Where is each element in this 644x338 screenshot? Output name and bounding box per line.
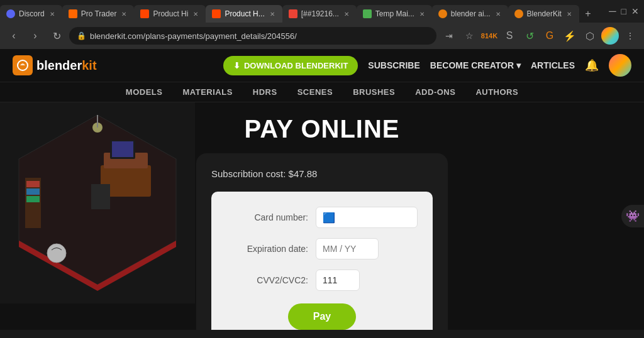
expiration-input[interactable] [323, 244, 372, 254]
become-creator-link[interactable]: BECOME CREATOR [430, 60, 521, 70]
blenderkit-logo-svg [16, 59, 29, 72]
browser-chrome: Discord ✕ Pro Trader ✕ Product Hi ✕ Prod… [0, 0, 644, 23]
ext-button-1[interactable]: S [501, 27, 518, 45]
nav-brushes[interactable]: BRUSHES [353, 87, 395, 97]
card-form: Card number: 🟦 Expiration date: CVV2/CVC… [211, 192, 433, 330]
blender-ai-favicon [438, 9, 447, 18]
tab-protrader-label: Pro Trader [81, 9, 117, 18]
tab-product1-close[interactable]: ✕ [192, 11, 199, 18]
maximize-icon[interactable]: □ [621, 6, 626, 16]
tab-product1[interactable]: Product Hi ✕ [134, 5, 206, 23]
logo-text: blenderkit [36, 58, 97, 73]
tab-discord[interactable]: Discord ✕ [0, 5, 62, 23]
articles-link[interactable]: ARTICLES [531, 60, 575, 70]
tab-discord-close[interactable]: ✕ [48, 11, 56, 18]
cvv-label: CVV2/CVC2: [226, 275, 308, 285]
menu-button[interactable]: ⋮ [621, 27, 639, 45]
ext-button-2[interactable]: ↺ [521, 27, 538, 45]
address-bar[interactable]: 🔒 blenderkit.com/plans-payments/payment_… [69, 27, 436, 45]
tab-protrader-close[interactable]: ✕ [120, 11, 128, 18]
subscription-cost: Subscribtion cost: $47.88 [211, 168, 433, 179]
blenderkit-favicon [514, 9, 523, 18]
tab-blenderkit[interactable]: BlenderKit ✕ [508, 5, 579, 23]
nav-addons[interactable]: ADD-ONS [415, 87, 455, 97]
user-avatar[interactable] [609, 54, 631, 77]
nav-authors[interactable]: AUTHORS [475, 87, 518, 97]
tab-product1-label: Product Hi [153, 9, 188, 18]
logo-kit: kit [82, 58, 96, 72]
expiration-row: Expiration date: [226, 238, 418, 259]
minimize-icon[interactable]: ─ [609, 6, 616, 17]
site-header: blenderkit ⬇ DOWNLOAD BLENDERKIT SUBSCRI… [0, 49, 644, 102]
card-number-row: Card number: 🟦 [226, 207, 418, 228]
tab-tempmail-close[interactable]: ✕ [418, 11, 426, 18]
tab-protrader[interactable]: Pro Trader ✕ [62, 5, 135, 23]
download-icon: ⬇ [233, 61, 240, 70]
chat-icon: 👾 [626, 209, 640, 223]
tempmail-favicon [363, 9, 372, 18]
expiration-label: Expiration date: [226, 244, 308, 254]
pay-button[interactable]: Pay [288, 303, 356, 330]
forward-button[interactable]: › [26, 27, 44, 45]
nav-models[interactable]: MODELS [126, 87, 163, 97]
tab-product2-label: Product H... [225, 9, 264, 18]
reload-button[interactable]: ↻ [48, 27, 65, 45]
nav-scenes[interactable]: SCENES [297, 87, 333, 97]
address-url: blenderkit.com/plans-payments/payment_de… [90, 31, 297, 41]
tab-bar: Discord ✕ Pro Trader ✕ Product Hi ✕ Prod… [0, 0, 604, 23]
logo-blender: blender [36, 58, 82, 72]
pay-button-row: Pay [226, 303, 418, 330]
protrader-favicon [69, 9, 77, 18]
back-button[interactable]: ‹ [5, 27, 23, 45]
product2-favicon [212, 9, 221, 18]
tab-blender-ai[interactable]: blender ai... ✕ [432, 5, 508, 23]
tab-discord-label: Discord [19, 9, 45, 18]
cast-button[interactable]: ⇥ [440, 27, 458, 45]
new-tab-button[interactable]: + [579, 5, 597, 23]
tab-blender-ai-label: blender ai... [451, 9, 491, 18]
subscribe-link[interactable]: SUBSCRIBE [368, 60, 419, 70]
tab-gmail[interactable]: [##19216... ✕ [282, 5, 357, 23]
tab-product2-close[interactable]: ✕ [269, 11, 276, 18]
address-bar-row: ‹ › ↻ 🔒 blenderkit.com/plans-payments/pa… [0, 23, 644, 49]
nav-actions: ⬇ DOWNLOAD BLENDERKIT SUBSCRIBE BECOME C… [223, 54, 631, 77]
ext-button-4[interactable]: ⚡ [561, 27, 579, 45]
logo-icon [13, 55, 33, 75]
cvv-input-wrapper[interactable] [316, 270, 360, 291]
logo[interactable]: blenderkit [13, 55, 97, 75]
card-icon: 🟦 [323, 212, 335, 224]
card-number-label: Card number: [226, 212, 308, 222]
ext-button-3[interactable]: G [541, 27, 558, 45]
browser-actions: ⇥ ☆ 814K S ↺ G ⚡ ⬡ ⋮ [440, 27, 639, 45]
extension-badge-button[interactable]: 814K [480, 27, 498, 45]
cvv-input[interactable] [323, 275, 353, 285]
window-controls: ─ □ ✕ [604, 6, 644, 17]
tab-tempmail[interactable]: Temp Mai... ✕ [357, 5, 432, 23]
nav-materials[interactable]: MATERIALS [182, 87, 232, 97]
badge-label: 814K [481, 32, 497, 40]
profile-avatar [601, 27, 619, 45]
card-number-input[interactable] [339, 212, 411, 222]
tab-blender-ai-close[interactable]: ✕ [494, 11, 502, 18]
chat-widget[interactable]: 👾 [621, 205, 644, 227]
product1-favicon [140, 9, 149, 18]
notification-button[interactable]: 🔔 [585, 58, 599, 72]
nav-hdrs[interactable]: HDRS [253, 87, 277, 97]
bookmark-button[interactable]: ☆ [460, 27, 478, 45]
tab-product2[interactable]: Product H... ✕ [206, 5, 282, 23]
tab-blenderkit-label: BlenderKit [527, 9, 562, 18]
main-content: PAY ONLINE Subscribtion cost: $47.88 Car… [0, 102, 644, 330]
profile-button[interactable] [601, 27, 619, 45]
ext-button-5[interactable]: ⬡ [581, 27, 599, 45]
tab-tempmail-label: Temp Mai... [375, 9, 414, 18]
download-label: DOWNLOAD BLENDERKIT [244, 61, 348, 70]
close-icon[interactable]: ✕ [631, 6, 639, 16]
page-title: PAY ONLINE [244, 115, 399, 143]
expiration-input-wrapper[interactable] [316, 238, 379, 259]
payment-card: Subscribtion cost: $47.88 Card number: 🟦… [196, 153, 448, 330]
card-number-input-wrapper[interactable]: 🟦 [316, 207, 418, 228]
tab-blenderkit-close[interactable]: ✕ [565, 11, 573, 18]
tab-gmail-close[interactable]: ✕ [343, 11, 350, 18]
site-nav-bottom: MODELS MATERIALS HDRS SCENES BRUSHES ADD… [0, 82, 644, 102]
download-button[interactable]: ⬇ DOWNLOAD BLENDERKIT [223, 56, 358, 75]
